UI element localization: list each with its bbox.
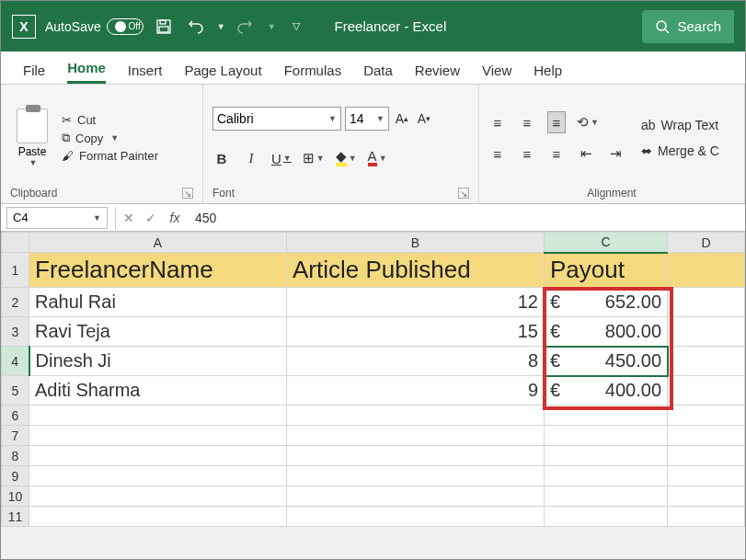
italic-button[interactable]: I (242, 147, 260, 169)
cell-A4[interactable]: Dinesh Ji (29, 347, 287, 376)
copy-button[interactable]: ⧉ Copy ▼ (62, 131, 158, 145)
enter-icon[interactable]: ✓ (140, 211, 162, 225)
row-header-4[interactable]: 4 (2, 347, 29, 376)
decrease-indent-icon[interactable]: ⇤ (577, 143, 595, 165)
font-size-select[interactable]: 14▼ (345, 107, 389, 131)
cell-B3[interactable]: 15 (287, 317, 545, 347)
decrease-font-icon[interactable]: A▾ (415, 108, 433, 130)
formula-input[interactable]: 450 (188, 211, 745, 225)
align-middle-icon[interactable]: ≡ (518, 111, 536, 133)
tab-file[interactable]: File (23, 63, 45, 84)
row-header-6[interactable]: 6 (2, 406, 29, 426)
format-painter-button[interactable]: 🖌 Format Painter (62, 149, 158, 163)
cell-B4[interactable]: 8 (287, 347, 545, 376)
align-bottom-icon[interactable]: ≡ (547, 111, 566, 133)
font-name-select[interactable]: Calibri▼ (212, 107, 341, 131)
row-header-10[interactable]: 10 (2, 486, 29, 507)
tab-data[interactable]: Data (363, 63, 393, 84)
increase-indent-icon[interactable]: ⇥ (606, 143, 625, 165)
row-header-7[interactable]: 7 (2, 426, 29, 446)
cell-A3[interactable]: Ravi Teja (29, 317, 287, 347)
align-left-icon[interactable]: ≡ (488, 143, 507, 165)
fx-icon[interactable]: fx (162, 211, 188, 225)
search-box[interactable]: Search (642, 10, 734, 43)
cell-A5[interactable]: Aditi Sharma (29, 376, 287, 406)
tab-help[interactable]: Help (534, 63, 562, 84)
cell-A11[interactable] (29, 507, 287, 527)
cell-D5[interactable] (668, 376, 745, 406)
cell-B10[interactable] (287, 486, 545, 507)
cell-B9[interactable] (287, 466, 545, 486)
border-button[interactable]: ⊞▼ (303, 147, 325, 169)
tab-page-layout[interactable]: Page Layout (184, 63, 261, 84)
col-header-A[interactable]: A (29, 233, 287, 253)
cell-C8[interactable] (545, 446, 668, 466)
orientation-icon[interactable]: ⟲▼ (577, 111, 599, 133)
cell-D6[interactable] (668, 406, 745, 426)
select-all-corner[interactable] (2, 233, 29, 253)
name-box[interactable]: C4 ▼ (6, 207, 108, 229)
col-header-B[interactable]: B (287, 233, 545, 253)
cell-B7[interactable] (287, 426, 545, 446)
align-right-icon[interactable]: ≡ (547, 143, 566, 165)
tab-review[interactable]: Review (415, 63, 460, 84)
autosave-toggle[interactable]: AutoSave Off (45, 18, 143, 35)
cell-A9[interactable] (29, 466, 287, 486)
col-header-C[interactable]: C (545, 233, 668, 253)
wrap-text-button[interactable]: ab Wrap Text (641, 118, 719, 132)
cell-B6[interactable] (287, 406, 545, 426)
row-header-1[interactable]: 1 (2, 253, 29, 288)
cell-A7[interactable] (29, 426, 287, 446)
fill-color-button[interactable]: ◆▼ (336, 147, 357, 169)
redo-icon[interactable] (235, 16, 257, 38)
qat-customize-icon[interactable]: ▽ (285, 16, 307, 38)
cell-C7[interactable] (545, 426, 668, 446)
cells-grid[interactable]: A B C D 1 FreelancerName Article Publish… (1, 232, 745, 527)
cut-button[interactable]: ✂ Cut (62, 113, 158, 127)
tab-home[interactable]: Home (67, 60, 106, 84)
cell-C1[interactable]: Payout (545, 253, 668, 288)
cancel-icon[interactable]: ✕ (118, 211, 140, 225)
cell-B11[interactable] (287, 507, 545, 527)
cell-B5[interactable]: 9 (287, 376, 545, 406)
cell-D7[interactable] (668, 426, 745, 446)
cell-B1[interactable]: Article Published (287, 253, 545, 288)
cell-D2[interactable] (668, 288, 745, 317)
cell-D9[interactable] (668, 466, 745, 486)
cell-C3[interactable]: €800.00 (545, 317, 668, 347)
cell-A1[interactable]: FreelancerName (29, 253, 287, 288)
font-launcher-icon[interactable]: ↘ (458, 188, 469, 199)
save-icon[interactable] (153, 16, 175, 38)
cell-A6[interactable] (29, 406, 287, 426)
cell-C10[interactable] (545, 486, 668, 507)
font-color-button[interactable]: A▼ (368, 147, 387, 169)
cell-C6[interactable] (545, 406, 668, 426)
row-header-5[interactable]: 5 (2, 376, 29, 406)
cell-A8[interactable] (29, 446, 287, 466)
tab-view[interactable]: View (482, 63, 511, 84)
cell-C9[interactable] (545, 466, 668, 486)
row-header-2[interactable]: 2 (2, 288, 29, 317)
cell-D11[interactable] (668, 507, 745, 527)
cell-C4[interactable]: €450.00 (545, 347, 668, 376)
row-header-9[interactable]: 9 (2, 466, 29, 486)
clipboard-launcher-icon[interactable]: ↘ (182, 188, 193, 199)
toggle-switch[interactable]: Off (107, 18, 143, 35)
align-center-icon[interactable]: ≡ (518, 143, 536, 165)
row-header-8[interactable]: 8 (2, 446, 29, 466)
cell-D3[interactable] (668, 317, 745, 347)
cell-D4[interactable] (668, 347, 745, 376)
bold-button[interactable]: B (212, 147, 231, 169)
align-top-icon[interactable]: ≡ (488, 111, 507, 133)
tab-insert[interactable]: Insert (128, 63, 163, 84)
cell-D10[interactable] (668, 486, 745, 507)
paste-button[interactable]: Paste ▼ (10, 90, 54, 186)
merge-center-button[interactable]: ⬌ Merge & C (641, 143, 719, 158)
cell-D8[interactable] (668, 446, 745, 466)
increase-font-icon[interactable]: A▴ (393, 108, 411, 130)
tab-formulas[interactable]: Formulas (284, 63, 342, 84)
cell-A10[interactable] (29, 486, 287, 507)
cell-C5[interactable]: €400.00 (545, 376, 668, 406)
cell-B2[interactable]: 12 (287, 288, 545, 317)
cell-C11[interactable] (545, 507, 668, 527)
